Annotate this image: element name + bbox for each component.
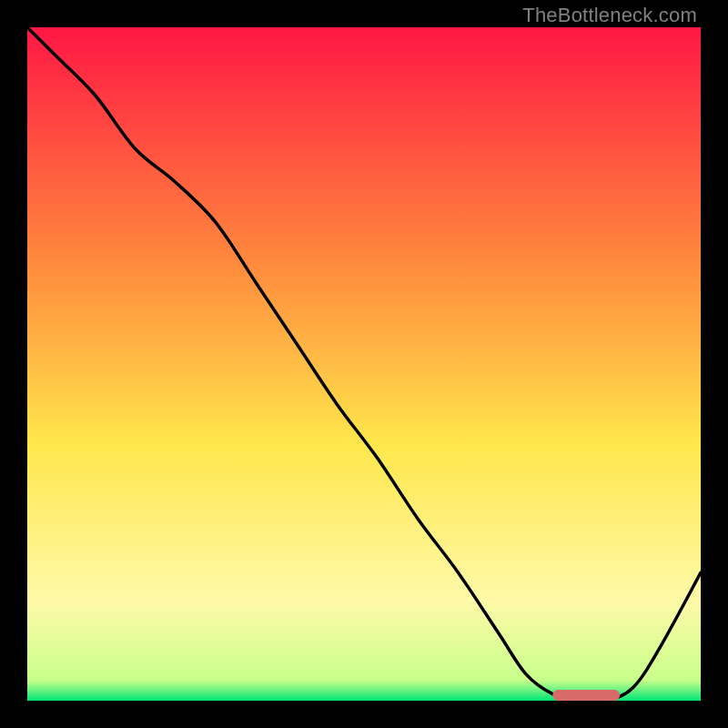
gradient-background <box>27 27 701 701</box>
chart-frame <box>27 27 701 701</box>
watermark-text: TheBottleneck.com <box>522 4 697 27</box>
optimal-range-marker <box>552 690 620 701</box>
bottleneck-chart <box>27 27 701 701</box>
